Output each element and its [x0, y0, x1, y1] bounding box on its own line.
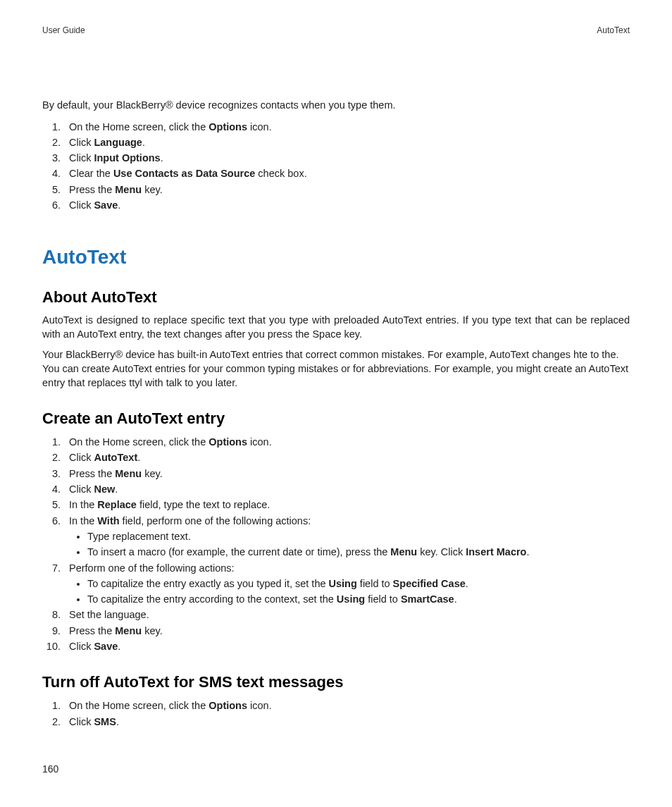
list-item: In the With field, perform one of the fo…	[63, 514, 630, 560]
heading-about-autotext: About AutoText	[42, 288, 630, 307]
running-header: User Guide AutoText	[42, 25, 630, 35]
steps-turnoff: On the Home screen, click the Options ic…	[42, 698, 630, 729]
list-item: On the Home screen, click the Options ic…	[63, 435, 630, 449]
list-item: Click Input Options.	[63, 151, 630, 165]
list-item: To capitalize the entry according to the…	[87, 592, 630, 606]
list-item: To insert a macro (for example, the curr…	[87, 545, 630, 559]
sub-bullets: To capitalize the entry exactly as you t…	[69, 577, 630, 607]
page-number: 160	[42, 763, 58, 775]
heading-turnoff-sms: Turn off AutoText for SMS text messages	[42, 673, 630, 691]
list-item: Click SMS.	[63, 715, 630, 729]
list-item: Type replacement text.	[87, 529, 630, 543]
intro-paragraph: By default, your BlackBerry® device reco…	[42, 99, 630, 113]
list-item: Press the Menu key.	[63, 467, 630, 481]
list-item: Click Save.	[63, 198, 630, 212]
section-title-autotext: AutoText	[42, 246, 630, 269]
steps-top: On the Home screen, click the Options ic…	[42, 120, 630, 213]
list-item: Press the Menu key.	[63, 183, 630, 197]
document-page: User Guide AutoText By default, your Bla…	[0, 0, 672, 807]
list-item: Set the language.	[63, 608, 630, 622]
list-item: To capitalize the entry exactly as you t…	[87, 577, 630, 591]
list-item: Click Language.	[63, 135, 630, 149]
header-left: User Guide	[42, 25, 85, 35]
about-paragraph-2: Your BlackBerry® device has built-in Aut…	[42, 348, 630, 390]
about-paragraph-1: AutoText is designed to replace specific…	[42, 314, 630, 341]
list-item: On the Home screen, click the Options ic…	[63, 120, 630, 134]
list-item: In the Replace field, type the text to r…	[63, 498, 630, 512]
sub-bullets: Type replacement text. To insert a macro…	[69, 529, 630, 560]
list-item: Click New.	[63, 482, 630, 496]
list-item: On the Home screen, click the Options ic…	[63, 698, 630, 713]
list-item: Clear the Use Contacts as Data Source ch…	[63, 166, 630, 180]
list-item: Click AutoText.	[63, 450, 630, 464]
list-item: Click Save.	[63, 639, 630, 653]
steps-create: On the Home screen, click the Options ic…	[42, 435, 630, 653]
heading-create-entry: Create an AutoText entry	[42, 409, 630, 428]
header-right: AutoText	[597, 25, 630, 35]
list-item: Perform one of the following actions: To…	[63, 561, 630, 607]
list-item: Press the Menu key.	[63, 624, 630, 638]
